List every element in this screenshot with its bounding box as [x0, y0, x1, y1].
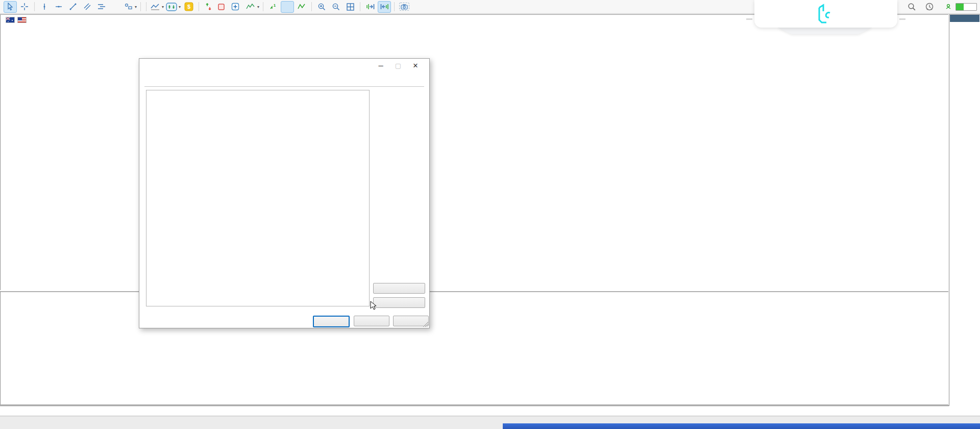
buy-sell-arrows-icon — [204, 3, 213, 11]
auto-scroll-button[interactable] — [363, 1, 377, 13]
resize-grip[interactable] — [423, 322, 428, 327]
chevron-down-icon: ▾ — [162, 5, 164, 9]
maximize-button[interactable]: ▢ — [389, 60, 407, 72]
dialog-tabs — [144, 76, 424, 87]
buy-sell-markers-button[interactable] — [202, 1, 215, 13]
dialog-window-buttons: ─ ▢ ✕ — [372, 60, 424, 72]
indicator-zigzag-icon — [246, 3, 256, 11]
search-icon — [908, 3, 916, 11]
fibonacci-icon — [97, 3, 106, 11]
watermark-badge — [754, 0, 897, 28]
channel-tool-button[interactable] — [81, 1, 94, 13]
svg-text:$: $ — [187, 4, 190, 10]
chevron-down-icon: ▾ — [135, 5, 137, 9]
trendline-icon — [69, 3, 77, 11]
chart-shift-icon — [380, 3, 389, 11]
pointer-tool-button[interactable] — [4, 1, 17, 13]
tile-windows-button[interactable] — [344, 1, 357, 13]
zigzag-green-button[interactable] — [295, 1, 308, 13]
toolbar-separator — [263, 2, 263, 11]
progress-bar — [955, 3, 977, 11]
toolbar-separator — [360, 2, 360, 11]
shapes-icon — [124, 3, 133, 11]
crosshair-icon — [20, 3, 29, 11]
ok-button[interactable] — [313, 316, 350, 327]
close-button[interactable]: ✕ — [407, 60, 424, 72]
vertical-line-tool-button[interactable] — [38, 1, 51, 13]
indicator-window-button[interactable]: ▾ — [165, 1, 181, 13]
watermark-ribbon — [777, 28, 872, 34]
toolbar-separator — [140, 2, 141, 11]
zoom-out-icon — [332, 3, 340, 11]
toolbar-separator — [34, 2, 35, 11]
algo-trading-icon — [217, 3, 225, 11]
new-order-icon — [231, 3, 239, 11]
currency-button[interactable]: $ — [182, 1, 195, 13]
new-order-button[interactable] — [231, 1, 244, 13]
minimize-button[interactable]: ─ — [372, 60, 389, 72]
parameters-table[interactable] — [146, 90, 370, 306]
algo-trading-button[interactable] — [216, 1, 230, 13]
watermark-dash-right — [899, 18, 905, 20]
chart-header — [6, 17, 36, 23]
notifications-button[interactable] — [923, 1, 936, 13]
tick-chart-icon: 1 — [269, 3, 277, 11]
toolbar-separator — [394, 2, 395, 11]
dialog-titlebar[interactable]: ─ ▢ ✕ — [139, 59, 429, 73]
toolbar-separator — [146, 2, 146, 11]
line-chart-icon — [150, 3, 160, 11]
toolbar-separator — [199, 2, 199, 11]
mouse-cursor — [370, 301, 377, 311]
channel-icon — [83, 3, 91, 11]
indicators-list-button[interactable]: ▾ — [245, 1, 260, 13]
cancel-button[interactable] — [354, 316, 389, 326]
price-axis[interactable] — [949, 14, 980, 406]
candlestick-window-icon — [166, 3, 177, 11]
dollar-icon: $ — [184, 2, 193, 11]
tick-chart-button[interactable]: 1 — [266, 1, 280, 13]
taskbar-strip — [503, 423, 980, 429]
chevron-down-icon: ▾ — [179, 5, 181, 9]
zoom-in-button[interactable] — [315, 1, 328, 13]
load-button[interactable] — [373, 283, 425, 294]
screenshot-button[interactable] — [398, 1, 411, 13]
auto-scroll-icon — [365, 3, 375, 11]
levels-status-icon[interactable] — [945, 4, 951, 9]
pointer-icon — [6, 3, 14, 11]
chevron-down-icon: ▾ — [257, 5, 259, 9]
lvl-glyph-icon — [945, 4, 951, 9]
horizontal-line-tool-button[interactable] — [52, 1, 65, 13]
toolbar-right-group — [904, 1, 977, 13]
time-axis[interactable] — [0, 406, 980, 416]
zoom-out-button[interactable] — [329, 1, 342, 13]
milliseconds-button[interactable] — [281, 1, 294, 13]
tile-windows-icon — [346, 3, 355, 11]
crosshair-tool-button[interactable] — [18, 1, 31, 13]
chart-shift-button[interactable] — [378, 1, 391, 13]
save-button[interactable] — [373, 297, 425, 308]
shapes-tool-button[interactable]: ▾ — [124, 1, 137, 13]
horizontal-line-icon — [55, 3, 63, 11]
svg-text:1: 1 — [274, 3, 276, 8]
aud-flag-icon — [6, 17, 15, 23]
text-tool-button[interactable] — [109, 1, 122, 13]
chart-line-style-button[interactable]: ▾ — [150, 1, 164, 13]
current-price-tag — [950, 15, 979, 22]
vertical-line-icon — [40, 3, 48, 11]
camera-icon — [399, 2, 410, 11]
trendline-tool-button[interactable] — [66, 1, 80, 13]
search-button[interactable] — [905, 1, 918, 13]
bell-icon — [925, 2, 934, 11]
usd-flag-icon — [17, 17, 27, 23]
zoom-in-icon — [317, 3, 326, 11]
metatrader-window: ▾ ▾ ▾ $ ▾ — [0, 0, 980, 429]
progress-fill — [956, 4, 964, 10]
toolbar-separator — [311, 2, 312, 11]
zigzag-icon — [297, 3, 306, 11]
fibonacci-tool-button[interactable] — [95, 1, 108, 13]
watermark-dash-left — [746, 18, 752, 20]
tradingfinder-logo-icon — [815, 4, 832, 24]
indicator-settings-dialog: ─ ▢ ✕ — [139, 58, 430, 328]
